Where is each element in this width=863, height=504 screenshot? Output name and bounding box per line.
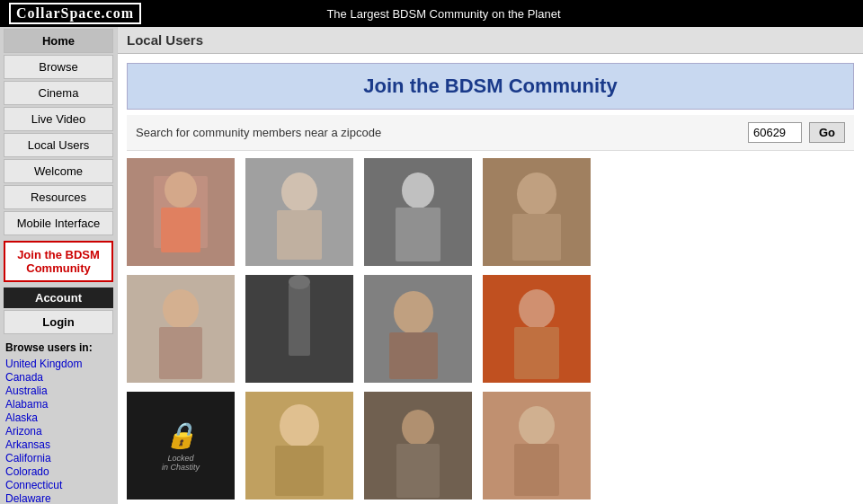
search-bar: Search for community members near a zipc… (127, 115, 854, 151)
svg-rect-24 (514, 327, 559, 379)
user-thumb-6[interactable] (245, 275, 353, 383)
svg-rect-30 (396, 444, 440, 498)
browse-link-connecticut[interactable]: Connecticut (5, 479, 111, 491)
browse-link-arkansas[interactable]: Arkansas (5, 438, 111, 451)
svg-rect-3 (161, 208, 200, 252)
user-thumb-5[interactable] (127, 275, 235, 383)
user-thumb-3[interactable] (364, 158, 472, 266)
sidebar-item-browse[interactable]: Browse (4, 55, 113, 79)
browse-link-alaska[interactable]: Alaska (5, 411, 111, 424)
sidebar: Home Browse Cinema Live Video Local User… (0, 27, 117, 504)
sidebar-item-live-video[interactable]: Live Video (4, 107, 113, 131)
site-logo: CollarSpace.com (9, 3, 141, 24)
svg-rect-33 (514, 444, 559, 496)
sidebar-item-mobile[interactable]: Mobile Interface (4, 211, 113, 235)
sidebar-item-local-users[interactable]: Local Users (4, 133, 113, 157)
svg-rect-15 (159, 327, 202, 379)
browse-link-delaware[interactable]: Delaware (5, 492, 111, 504)
page-title: Local Users (118, 27, 863, 54)
svg-point-2 (165, 172, 197, 208)
browse-link-colorado[interactable]: Colorado (5, 465, 111, 478)
grid-row-2 (127, 275, 854, 383)
browse-link-canada[interactable]: Canada (5, 371, 111, 384)
go-button[interactable]: Go (809, 122, 845, 143)
user-thumb-2[interactable] (245, 158, 353, 266)
browse-link-australia[interactable]: Australia (5, 385, 111, 397)
svg-rect-21 (389, 332, 438, 379)
svg-point-5 (281, 172, 317, 212)
layout: Home Browse Cinema Live Video Local User… (0, 27, 863, 504)
user-thumb-locked[interactable]: 🔒 Locked in Chastity (127, 392, 235, 500)
user-thumb-1[interactable] (127, 158, 235, 266)
sidebar-item-cinema[interactable]: Cinema (4, 81, 113, 105)
user-thumb-11[interactable] (364, 392, 472, 500)
svg-point-32 (519, 406, 555, 446)
svg-rect-12 (512, 214, 561, 261)
browse-link-arizona[interactable]: Arizona (5, 425, 111, 438)
locked-text-top: Locked (167, 454, 193, 463)
svg-point-20 (394, 291, 433, 334)
svg-point-23 (519, 289, 555, 329)
site-tagline: The Largest BDSM Community on the Planet (141, 7, 746, 21)
sidebar-item-welcome[interactable]: Welcome (4, 159, 113, 183)
lock-icon: 🔒 (165, 420, 197, 450)
sidebar-item-home[interactable]: Home (4, 29, 113, 53)
user-thumb-4[interactable] (483, 158, 591, 266)
join-banner-text: Join the BDSM Community (363, 75, 617, 97)
browse-users-header: Browse users in: (5, 341, 111, 354)
svg-point-8 (402, 172, 434, 208)
svg-point-14 (163, 289, 199, 329)
grid-row-3: 🔒 Locked in Chastity (127, 392, 854, 500)
user-thumb-12[interactable] (483, 392, 591, 500)
login-button[interactable]: Login (4, 310, 113, 334)
account-header: Account (4, 287, 113, 308)
svg-point-18 (289, 275, 310, 289)
browse-link-uk[interactable]: United Kingdom (5, 358, 111, 370)
main-content: Local Users Join the BDSM Community Sear… (117, 27, 863, 504)
svg-rect-17 (289, 284, 310, 356)
svg-point-29 (402, 410, 434, 446)
user-thumb-8[interactable] (483, 275, 591, 383)
user-thumb-10[interactable] (245, 392, 353, 500)
browse-link-california[interactable]: California (5, 452, 111, 464)
zipcode-input[interactable] (748, 122, 802, 143)
header: CollarSpace.com The Largest BDSM Communi… (0, 0, 863, 27)
svg-point-11 (517, 172, 556, 216)
join-bdsm-button[interactable]: Join the BDSM Community (4, 241, 113, 282)
svg-rect-27 (275, 446, 324, 496)
svg-rect-9 (396, 208, 440, 261)
svg-point-26 (280, 404, 319, 447)
user-grid: 🔒 Locked in Chastity (118, 151, 863, 504)
user-thumb-7[interactable] (364, 275, 472, 383)
svg-rect-6 (277, 210, 322, 260)
grid-row-1 (127, 158, 854, 266)
sidebar-item-resources[interactable]: Resources (4, 185, 113, 209)
join-banner[interactable]: Join the BDSM Community (127, 63, 854, 110)
search-label: Search for community members near a zipc… (136, 126, 741, 139)
locked-text-bottom: in Chastity (162, 463, 200, 472)
browse-link-alabama[interactable]: Alabama (5, 398, 111, 411)
